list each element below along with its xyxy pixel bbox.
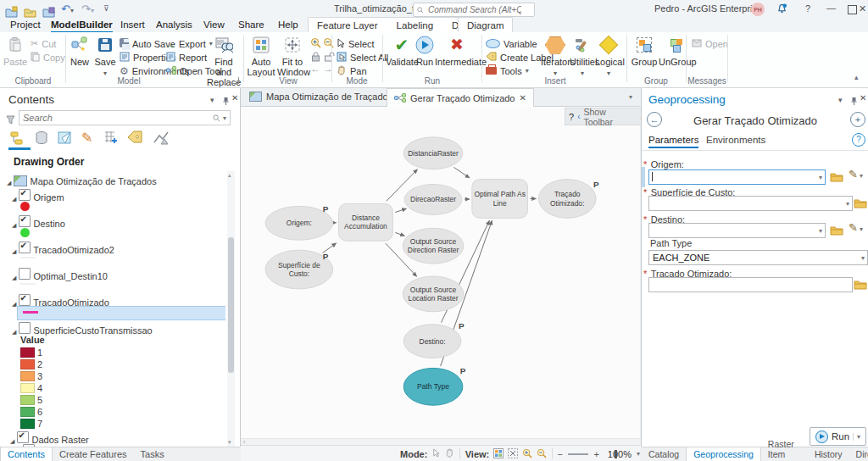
optimal-destin-checkbox[interactable] [19,268,31,280]
destino-input[interactable]: ▾ [648,223,826,238]
dropdown-icon[interactable]: ▾ [819,174,822,181]
filter-icon[interactable] [6,113,15,128]
edit-pencil-icon[interactable]: ✎ [849,221,858,234]
panel-menu-icon[interactable]: ▾ [210,96,214,104]
tracado2-line-symbol[interactable] [20,257,36,258]
zoom-slider[interactable] [568,453,588,455]
contents-search-box[interactable]: ▾ [19,110,231,125]
zoom-in-small-icon[interactable] [522,448,532,460]
browse-folder-icon[interactable] [854,197,867,212]
command-search-input[interactable] [426,4,523,15]
pan-mode-icon[interactable] [445,448,454,459]
minimize-button[interactable]: — [826,3,836,13]
tracado-input[interactable] [648,277,853,292]
tab-environments[interactable]: Environments [706,135,765,145]
tab-share[interactable]: Share [238,19,264,31]
tab-create-features[interactable]: Create Features [53,447,133,461]
tab-view[interactable]: View [203,19,225,31]
tracado2-checkbox[interactable]: ✔ [19,242,31,253]
tab-map-view[interactable]: Mapa Otimização de Traçados [242,88,399,105]
collapse-ribbon-icon[interactable]: ▴ [854,73,859,81]
scroll-up-icon[interactable]: ▴ [228,172,231,179]
close-button[interactable]: ✕ [859,3,866,14]
cut-button[interactable]: ✂Cut [31,37,56,50]
copy-button[interactable]: Copy [31,51,65,64]
open-project-icon[interactable] [24,3,36,19]
panel-menu-icon[interactable]: ▾ [838,96,843,104]
origem-point-symbol[interactable] [20,202,30,211]
destino-point-symbol[interactable] [20,228,30,237]
tree-row-origem[interactable]: ◢ ✔ Origem [12,189,64,203]
zoom-out-small-icon[interactable] [537,448,547,460]
superficie-checkbox[interactable] [19,322,31,334]
search-dropdown-icon[interactable]: ▾ [223,114,226,122]
dados-raster-checkbox[interactable]: ✔ [17,431,29,443]
pin-icon[interactable] [850,94,858,109]
undo-button[interactable]: ↶▾ [61,3,74,15]
tab-list-dropdown-icon[interactable]: ▾ [629,93,632,101]
close-panel-icon[interactable]: ✕ [231,93,238,103]
zoom-out-icon[interactable] [323,36,334,52]
tools-button[interactable]: Tools▾ [486,64,529,77]
tab-model-view-active[interactable]: Gerar Traçado Otimizado ✕ [387,88,534,107]
new-project-icon[interactable] [5,3,18,19]
origem-checkbox[interactable]: ✔ [19,189,31,201]
optimal-destin-line-symbol[interactable] [20,283,36,285]
variable-button[interactable]: Variable [486,37,537,50]
tab-project[interactable]: Project [10,19,41,31]
customize-qat-icon[interactable]: ⊽ [103,4,109,13]
run-model-button[interactable]: Run [413,35,437,67]
ungroup-button[interactable]: UnGroup [659,35,694,67]
tab-help[interactable]: Help [278,19,298,31]
notifications-icon[interactable] [776,3,787,18]
restore-button[interactable] [848,5,857,14]
zoom-slider-thumb[interactable] [615,450,617,458]
new-model-button[interactable]: New [68,35,92,67]
dropdown-icon[interactable]: ▾ [846,200,849,208]
list-by-labeling-icon[interactable] [127,131,143,147]
tab-insert[interactable]: Insert [120,19,145,31]
utilities-dropdown-icon[interactable]: ▾ [581,69,584,77]
paste-button[interactable]: Paste [3,35,27,67]
edit-pencil-icon[interactable]: ✎ [849,168,858,181]
custo-input[interactable]: ▾ [648,196,853,211]
nav-back-icon[interactable]: ← [310,63,320,75]
close-tab-icon[interactable]: ✕ [520,93,526,103]
run-tool-button[interactable]: Run ▾ [810,427,866,446]
tracado-symbol-row-selected[interactable] [17,306,225,320]
model-canvas[interactable]: Origem:PSuperfície deCusto:PDistanceAccu… [241,107,640,438]
tool-help-icon[interactable]: ? [852,133,865,147]
zoom-percent[interactable]: 100% [608,449,632,459]
tree-row-tracado2[interactable]: ◢ ✔ TracadoOtimizado2 [12,242,114,255]
fit-to-window-button[interactable]: Fit to Window [277,35,308,77]
tab-tasks[interactable]: Tasks [134,447,171,461]
path-type-select[interactable]: EACH_ZONE ▾ [648,250,868,265]
model-dialog-launcher-icon[interactable] [232,77,239,84]
redo-button[interactable]: ↷▾ [81,3,94,15]
logical-button[interactable]: Logical▾ [595,35,622,79]
browse-folder-icon[interactable] [830,170,843,186]
dropdown-icon[interactable]: ▾ [819,227,822,235]
pan-button[interactable]: Pan [337,64,367,77]
tools-dropdown-icon[interactable]: ▾ [526,67,529,75]
help-button[interactable]: ? [805,3,810,14]
list-by-snapping-icon[interactable] [103,131,120,149]
tab-feature-layer[interactable]: Feature Layer [317,20,378,31]
tab-contents[interactable]: Contents [0,447,53,461]
auto-layout-button[interactable]: Auto Layout [247,35,275,77]
zoom-minus-icon[interactable]: − [558,449,563,459]
scroll-down-icon[interactable]: ▾ [228,439,231,446]
tree-row-destino[interactable]: ◢ ✔ Destino [12,215,65,229]
add-to-model-icon[interactable]: + [850,112,865,127]
report-button[interactable]: Report [166,51,207,64]
fit-to-window-small-icon[interactable] [508,448,518,460]
close-panel-icon[interactable]: ✕ [860,93,866,103]
tree-row-optimal-destin[interactable]: ◢ Optimal_Destin10 [12,268,108,281]
select-button[interactable]: Select [337,37,375,50]
tab-geoprocessing[interactable]: Geoprocessing [686,447,761,461]
list-by-charts-icon[interactable] [153,131,170,149]
intermediate-button[interactable]: ✖ Intermediate [435,35,479,67]
tab-diagram[interactable]: Diagram [467,20,504,31]
zoom-in-icon[interactable] [310,36,321,52]
pencil-dropdown-icon[interactable]: ▾ [860,225,863,233]
